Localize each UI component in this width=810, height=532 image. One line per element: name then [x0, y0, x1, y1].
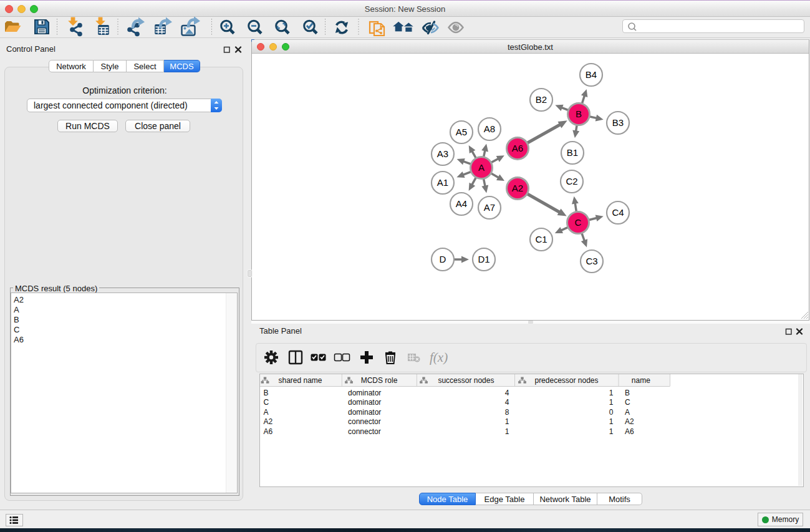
svg-text:B4: B4 — [586, 69, 597, 80]
svg-text:B: B — [625, 389, 630, 397]
svg-text:B2: B2 — [536, 94, 547, 105]
svg-text:A: A — [264, 408, 269, 417]
svg-text:D: D — [440, 254, 446, 264]
svg-text:A1: A1 — [437, 177, 448, 188]
svg-text:shared name: shared name — [278, 376, 322, 385]
svg-text:A6: A6 — [625, 427, 634, 436]
svg-text:dominator: dominator — [348, 408, 381, 417]
svg-text:A4: A4 — [456, 198, 467, 209]
svg-text:dominator: dominator — [348, 398, 381, 407]
svg-text:4: 4 — [505, 398, 509, 407]
svg-text:1: 1 — [505, 417, 509, 426]
svg-text:name: name — [632, 376, 650, 385]
svg-text:1: 1 — [609, 398, 614, 407]
svg-text:connector: connector — [348, 427, 381, 436]
svg-text:B3: B3 — [612, 117, 624, 128]
svg-text:C2: C2 — [566, 176, 577, 186]
svg-text:A: A — [625, 408, 630, 417]
svg-text:D1: D1 — [478, 254, 489, 264]
svg-text:B: B — [264, 389, 269, 397]
svg-text:A3: A3 — [437, 148, 448, 159]
svg-text:1: 1 — [609, 389, 614, 397]
svg-text:A6: A6 — [264, 427, 273, 436]
svg-text:A8: A8 — [484, 123, 495, 134]
svg-text:A2: A2 — [625, 417, 634, 426]
svg-text:C1: C1 — [535, 234, 547, 244]
svg-text:1: 1 — [609, 427, 614, 436]
svg-text:A6: A6 — [512, 143, 523, 153]
svg-text:C: C — [575, 217, 582, 228]
svg-text:C4: C4 — [612, 207, 624, 218]
svg-text:connector: connector — [348, 417, 381, 426]
svg-text:4: 4 — [505, 389, 509, 397]
svg-text:A: A — [478, 162, 485, 173]
svg-text:B1: B1 — [567, 147, 578, 158]
svg-text:dominator: dominator — [348, 389, 381, 397]
svg-text:A5: A5 — [456, 127, 467, 137]
svg-text:8: 8 — [505, 408, 509, 417]
svg-text:C3: C3 — [586, 256, 597, 266]
svg-text:A2: A2 — [512, 183, 523, 193]
svg-text:1: 1 — [609, 417, 614, 426]
svg-text:C: C — [625, 398, 630, 407]
svg-text:1: 1 — [505, 427, 509, 436]
svg-text:C: C — [264, 398, 269, 407]
svg-text:predecessor nodes: predecessor nodes — [534, 376, 598, 385]
svg-text:B: B — [576, 109, 582, 119]
svg-text:A7: A7 — [484, 202, 495, 213]
svg-text:f(x): f(x) — [430, 350, 448, 365]
svg-text:successor nodes: successor nodes — [438, 376, 494, 385]
svg-text:A2: A2 — [264, 417, 273, 426]
svg-text:MCDS role: MCDS role — [361, 376, 398, 385]
svg-text:0: 0 — [609, 408, 614, 417]
